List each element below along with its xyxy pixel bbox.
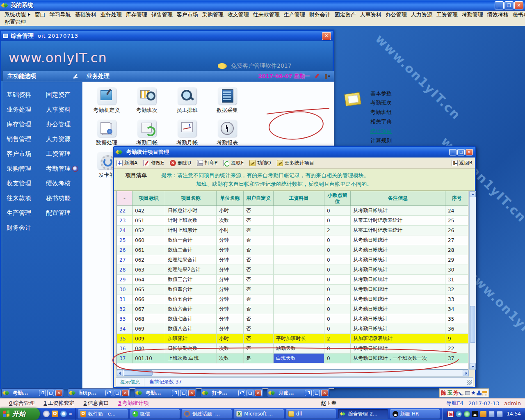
- module-shortcut[interactable]: 考勤月帐: [167, 120, 207, 146]
- toolbar-button-a[interactable]: 新增A: [116, 160, 137, 167]
- sidebar-item[interactable]: 往来款项: [3, 194, 43, 202]
- table-cell[interactable]: 否: [244, 255, 274, 265]
- table-cell[interactable]: 040: [132, 344, 165, 354]
- chevron-icon[interactable]: »: [69, 411, 72, 417]
- open-window-link[interactable]: 3考勤统计项: [118, 399, 149, 407]
- table-row[interactable]: 26061数值二合计分钟否0从考勤日帐统计28: [117, 245, 468, 255]
- table-row[interactable]: 30065数值四合计分钟否0从考勤日帐统计32: [117, 285, 468, 294]
- close-icon[interactable]: ✕: [55, 390, 62, 396]
- table-cell[interactable]: 数值二合计: [165, 245, 217, 255]
- taskbar-task-button[interactable]: O收件箱 - e...: [78, 409, 128, 419]
- table-cell[interactable]: 分钟: [217, 245, 244, 255]
- tray-outlook-icon[interactable]: [480, 411, 486, 417]
- table-cell[interactable]: 064: [132, 275, 165, 285]
- table-cell[interactable]: 35: [117, 334, 132, 344]
- column-header[interactable]: 项目名称: [165, 191, 217, 205]
- menu-item[interactable]: 业务处理: [98, 11, 124, 18]
- table-cell[interactable]: 分钟: [217, 285, 244, 294]
- maximize-icon[interactable]: [180, 390, 187, 396]
- table-cell[interactable]: 分钟: [217, 324, 244, 334]
- vertical-scroll-thumb[interactable]: [470, 306, 475, 343]
- sidebar-item[interactable]: 考勤管理: [43, 165, 82, 173]
- table-row[interactable]: 36040日帐缺勤次数次数否缺勤天数0从考勤日帐统计22: [117, 344, 468, 354]
- restore-button[interactable]: ❐: [504, 1, 514, 9]
- table-row[interactable]: 31066数值五合计分钟否0从考勤日帐统计33: [117, 294, 468, 304]
- table-cell[interactable]: 31: [445, 275, 468, 285]
- table-cell[interactable]: 066: [132, 294, 165, 304]
- table-cell[interactable]: [274, 294, 324, 304]
- mdi-window-button[interactable]: 考勤...✕: [134, 388, 197, 397]
- table-cell[interactable]: 29: [117, 275, 132, 285]
- table-cell[interactable]: 0: [324, 235, 351, 245]
- table-cell[interactable]: [274, 314, 324, 324]
- table-cell[interactable]: 分钟: [217, 275, 244, 285]
- table-cell[interactable]: 次数: [217, 344, 244, 354]
- table-cell[interactable]: 0: [324, 285, 351, 294]
- table-cell[interactable]: 0: [324, 216, 351, 226]
- menu-item[interactable]: 绩效考核: [485, 11, 511, 18]
- table-cell[interactable]: 从考勤日帐统计: [351, 245, 445, 255]
- open-window-link[interactable]: 2信息窗口: [84, 399, 109, 407]
- table-cell[interactable]: [274, 216, 324, 226]
- table-cell[interactable]: 从考勤日帐统计: [351, 314, 445, 324]
- table-cell[interactable]: 从加班记录表统计: [351, 334, 445, 344]
- column-header[interactable]: 小数点留位: [324, 191, 351, 205]
- table-cell[interactable]: 次数: [217, 216, 244, 226]
- table-cell[interactable]: 小时: [217, 334, 244, 344]
- table-cell[interactable]: 从考勤日帐统计，一个班次数一次: [351, 354, 445, 363]
- sidebar-item[interactable]: 库存管理: [3, 121, 43, 128]
- table-cell[interactable]: 否: [244, 334, 274, 344]
- column-header[interactable]: -: [117, 191, 132, 205]
- table-cell[interactable]: 从考勤日帐统计: [351, 255, 445, 265]
- table-row[interactable]: 24052计时上班累计小时否2从零工计时记录表统计26: [117, 226, 468, 235]
- table-row[interactable]: 37001.10上班次数.白班次数是白班天数0从考勤日帐统计，一个班次数一次37: [117, 354, 468, 363]
- sidebar-item[interactable]: 工资管理: [43, 150, 82, 158]
- menu-item[interactable]: 收支管理: [226, 11, 251, 18]
- sidebar-item[interactable]: 采购管理: [3, 165, 43, 173]
- restore-icon[interactable]: [305, 390, 312, 396]
- table-cell[interactable]: 26: [117, 245, 132, 255]
- column-header[interactable]: 备注信息: [351, 191, 445, 205]
- table-row[interactable]: 22042日帐总计小时小时否0从考勤日帐统计24: [117, 206, 468, 216]
- table-cell[interactable]: 分钟: [217, 314, 244, 324]
- sidebar-item[interactable]: 财务会计: [3, 224, 43, 232]
- table-cell[interactable]: [274, 206, 324, 216]
- table-cell[interactable]: 063: [132, 265, 165, 275]
- table-cell[interactable]: 从考勤日帐统计: [351, 304, 445, 314]
- sidebar-item[interactable]: 收支管理: [3, 180, 43, 187]
- menu-item[interactable]: 生产管理: [282, 11, 307, 18]
- table-cell[interactable]: 数值六合计: [165, 304, 217, 314]
- scroll-down-button[interactable]: [470, 363, 476, 369]
- table-cell[interactable]: 数值一合计: [165, 235, 217, 245]
- toolbar-button-f[interactable]: 提取F: [223, 160, 244, 167]
- minimize-button[interactable]: _: [495, 1, 504, 9]
- internet-explorer-icon[interactable]: e: [60, 411, 67, 417]
- sidebar-item[interactable]: 销售管理: [3, 135, 43, 143]
- table-cell[interactable]: 否: [244, 245, 274, 255]
- table-cell[interactable]: 34: [445, 304, 468, 314]
- restore-icon[interactable]: [172, 390, 179, 396]
- table-cell[interactable]: 从考勤日帐统计: [351, 344, 445, 354]
- table-cell[interactable]: 33: [445, 294, 468, 304]
- table-cell[interactable]: 处理结果2合计: [165, 265, 217, 275]
- table-cell[interactable]: 069: [132, 324, 165, 334]
- table-row[interactable]: 33068数值七合计分钟否0从考勤日帐统计35: [117, 314, 468, 324]
- table-cell[interactable]: 缺勤天数: [274, 344, 324, 354]
- sidebar-item[interactable]: 配置管理: [43, 209, 82, 217]
- table-cell[interactable]: 067: [132, 304, 165, 314]
- menu-item[interactable]: 往来款管理: [251, 11, 282, 18]
- close-button[interactable]: ✕: [514, 1, 523, 9]
- mdi-window-button[interactable]: 打卡...✕: [201, 388, 263, 397]
- taskbar-task-button[interactable]: 新疆-HR: [390, 409, 441, 419]
- toolbar-button-p[interactable]: 打印P: [197, 160, 217, 167]
- table-row[interactable]: 29064数值三合计分钟否0从考勤日帐统计31: [117, 275, 468, 285]
- menu-item[interactable]: 秘书功能: [511, 11, 525, 18]
- scroll-left-button[interactable]: [117, 370, 123, 376]
- open-window-link[interactable]: 0综合管理: [9, 399, 34, 407]
- table-row[interactable]: 32067数值六合计分钟否0从考勤日帐统计34: [117, 304, 468, 314]
- exit-icon[interactable]: [324, 73, 330, 79]
- table-cell[interactable]: 0: [324, 324, 351, 334]
- table-cell[interactable]: 30: [117, 285, 132, 294]
- table-row[interactable]: 34069数值八合计分钟否0从考勤日帐统计36: [117, 324, 468, 334]
- table-cell[interactable]: 24: [445, 206, 468, 216]
